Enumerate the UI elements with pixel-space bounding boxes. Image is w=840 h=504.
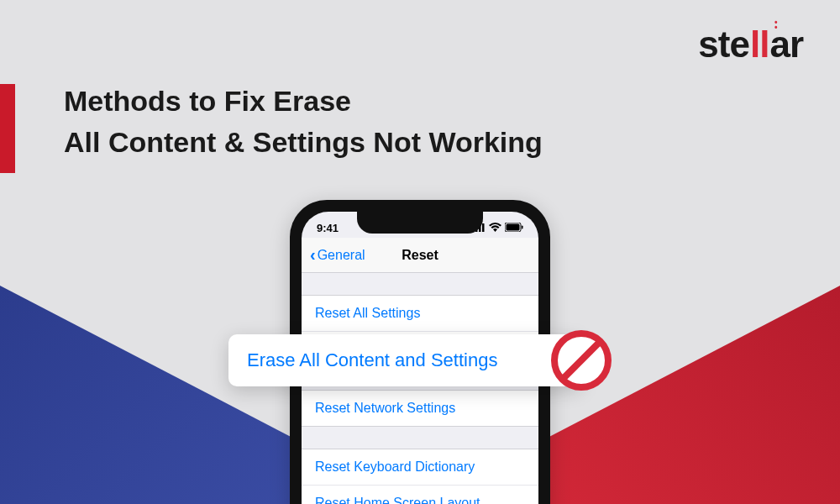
row-reset-all[interactable]: Reset All Settings — [302, 296, 538, 332]
status-time: 9:41 — [317, 222, 339, 234]
settings-list: Reset All Settings Erase All Content and… — [302, 295, 538, 504]
row-reset-keyboard[interactable]: Reset Keyboard Dictionary — [302, 449, 538, 486]
title-line2: All Content & Settings Not Working — [64, 126, 543, 158]
nav-title: Reset — [302, 248, 538, 263]
svg-rect-3 — [482, 223, 485, 232]
callout-text: Erase All Content and Settings — [247, 349, 497, 370]
battery-icon — [505, 222, 523, 234]
row-reset-network[interactable]: Reset Network Settings — [302, 391, 538, 426]
brand-logo: stell••ar — [698, 24, 803, 66]
row-reset-home[interactable]: Reset Home Screen Layout — [302, 486, 538, 504]
group-2: Reset Network Settings — [302, 390, 538, 427]
prohibited-icon — [548, 327, 615, 394]
group-3: Reset Keyboard Dictionary Reset Home Scr… — [302, 449, 538, 504]
wifi-icon — [489, 222, 501, 234]
title-line1: Methods to Fix Erase — [64, 85, 351, 117]
phone-notch — [357, 212, 483, 234]
page-title: Methods to Fix Erase All Content & Setti… — [64, 81, 543, 164]
svg-rect-5 — [507, 224, 520, 231]
callout-popout: Erase All Content and Settings — [228, 334, 581, 386]
nav-header: ‹ General Reset — [302, 238, 538, 273]
accent-bar — [0, 84, 15, 173]
svg-rect-6 — [522, 226, 523, 229]
